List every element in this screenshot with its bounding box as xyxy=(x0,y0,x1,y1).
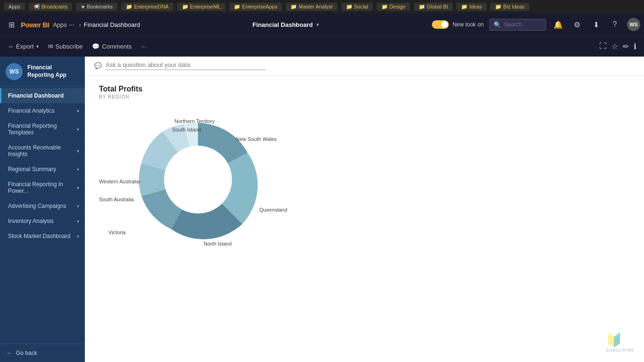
label-north-island: North Island xyxy=(204,241,231,247)
info-icon[interactable]: ℹ xyxy=(634,42,636,51)
chevron-down-icon: ▾ xyxy=(77,219,79,224)
watermark-text: SUBSCRIBE xyxy=(606,348,635,353)
go-back-button[interactable]: ← Go back xyxy=(7,350,78,356)
sidebar-item-label: Financial Dashboard xyxy=(8,92,64,99)
qa-bar: 💬 xyxy=(85,57,644,75)
grid-icon[interactable]: ⊞ xyxy=(4,20,19,29)
chevron-down-icon: ▾ xyxy=(77,204,79,209)
fullscreen-icon[interactable]: ⛶ xyxy=(599,42,607,51)
sidebar-footer: ← Go back xyxy=(0,344,85,362)
chevron-down-icon: ▾ xyxy=(77,167,79,172)
comments-label: Comments xyxy=(102,43,132,50)
enterprisedna-bookmark[interactable]: 📁 EnterpriseDNA xyxy=(121,3,173,11)
chevron-down-icon: ▾ xyxy=(77,127,79,132)
apps-bookmark[interactable]: Apps xyxy=(4,3,25,10)
topnav: ⊞ Power BI Apps ··· › Financial Dashboar… xyxy=(0,13,644,36)
donut-chart-container: Northern Territory South Island New Sout… xyxy=(99,109,335,269)
sidebar-item-label: Financial Reporting Templates xyxy=(8,123,77,136)
sidebar-item-financial-dashboard[interactable]: Financial Dashboard xyxy=(0,88,85,103)
subscribe-icon: ✉ xyxy=(48,43,53,50)
export-button[interactable]: ↔ Export ▾ xyxy=(8,43,39,50)
masteranalyst-bookmark[interactable]: 📁 Master Analyst xyxy=(286,3,337,11)
breadcrumb-separator: › xyxy=(79,21,81,28)
dashboard-dropdown-icon[interactable]: ▾ xyxy=(316,22,319,28)
new-look-toggle[interactable]: New look on xyxy=(432,20,484,29)
help-icon[interactable]: ? xyxy=(608,20,621,29)
search-icon: 🔍 xyxy=(494,21,501,28)
comments-button[interactable]: 💬 Comments xyxy=(92,43,132,50)
more-options-button[interactable]: ··· xyxy=(141,43,146,50)
subtoolbar: ↔ Export ▾ ✉ Subscribe 💬 Comments ··· ⛶ … xyxy=(0,36,644,57)
subscribe-button[interactable]: ✉ Subscribe xyxy=(48,43,83,50)
main-layout: WS Financial Reporting App Financial Das… xyxy=(0,57,644,362)
go-back-arrow-icon: ← xyxy=(7,350,12,356)
label-queensland: Queensland xyxy=(259,207,287,213)
sidebar-item-financial-reporting-power[interactable]: Financial Reporting In Power... ▾ xyxy=(0,177,85,198)
design-bookmark[interactable]: 📁 Design xyxy=(377,3,410,11)
sidebar-item-financial-analytics[interactable]: Financial Analytics ▾ xyxy=(0,103,85,118)
apps-link[interactable]: Apps xyxy=(53,21,67,28)
export-icon: ↔ xyxy=(8,43,14,50)
enterpriseml-bookmark[interactable]: 📁 EnterpriseML xyxy=(177,3,225,11)
sidebar: WS Financial Reporting App Financial Das… xyxy=(0,57,85,362)
sidebar-item-label: Accounts Receivable Insights xyxy=(8,144,77,157)
qa-icon: 💬 xyxy=(94,62,102,69)
download-icon[interactable]: ⬇ xyxy=(589,20,603,29)
social-bookmark[interactable]: 📁 Social xyxy=(341,3,373,11)
notification-icon[interactable]: 🔔 xyxy=(552,20,565,29)
label-south-island: South Island xyxy=(172,127,201,132)
bizideas-bookmark[interactable]: 📁 Biz Ideas xyxy=(490,3,529,11)
topnav-right: New look on 🔍 🔔 ⚙ ⬇ ? WS xyxy=(432,18,640,31)
watermark: 🔰 SUBSCRIBE xyxy=(606,332,635,353)
chart-area: Total Profits BY REGION xyxy=(85,75,644,362)
topnav-center: Financial Dashboard ▾ xyxy=(140,21,432,28)
enterpriseapps-bookmark[interactable]: 📁 EnterpriseApps xyxy=(229,3,282,11)
sidebar-avatar: WS xyxy=(6,63,23,80)
chart-subtitle: BY REGION xyxy=(99,94,630,99)
bookmark-star-icon[interactable]: ☆ xyxy=(611,42,618,51)
go-back-label: Go back xyxy=(16,350,37,356)
chevron-down-icon: ▾ xyxy=(77,108,79,114)
toggle-pill[interactable] xyxy=(432,20,449,29)
sidebar-item-financial-reporting-templates[interactable]: Financial Reporting Templates ▾ xyxy=(0,118,85,140)
browser-bar: Apps 📢 Broadcasts ★ Bookmarks 📁 Enterpri… xyxy=(0,0,644,13)
search-input[interactable] xyxy=(504,21,542,28)
sidebar-nav: Financial Dashboard Financial Analytics … xyxy=(0,86,85,344)
sidebar-item-label: Stock Market Dashboard xyxy=(8,233,70,239)
comments-icon: 💬 xyxy=(92,43,99,50)
more-options-icon: ··· xyxy=(141,43,146,50)
sidebar-item-label: Advertising Campaigns xyxy=(8,203,66,209)
content-area: 💬 Total Profits BY REGION xyxy=(85,57,644,362)
export-chevron-icon: ▾ xyxy=(36,44,39,49)
sidebar-item-label: Inventory Analysis xyxy=(8,218,54,224)
chart-title: Total Profits xyxy=(99,85,630,93)
more-icon[interactable]: ··· xyxy=(69,21,74,28)
dashboard-name-label: Financial Dashboard xyxy=(253,21,313,28)
chevron-down-icon: ▾ xyxy=(77,234,79,239)
globalbi-bookmark[interactable]: 📁 Global BI xyxy=(414,3,453,11)
sidebar-item-regional-summary[interactable]: Regional Summary ▾ xyxy=(0,162,85,177)
chevron-down-icon: ▾ xyxy=(77,148,79,154)
label-new-south-wales: New South Wales xyxy=(236,136,277,142)
powerbi-brand: Power BI xyxy=(21,21,49,29)
svg-point-0 xyxy=(164,146,232,214)
search-box[interactable]: 🔍 xyxy=(489,19,546,31)
label-south-australia: South Australia xyxy=(99,197,134,202)
sidebar-item-accounts-receivable[interactable]: Accounts Receivable Insights ▾ xyxy=(0,140,85,162)
broadcasts-bookmark[interactable]: 📢 Broadcasts xyxy=(29,3,72,11)
label-northern-territory: Northern Territory xyxy=(174,118,215,124)
ideas-bookmark[interactable]: 📁 Ideas xyxy=(456,3,487,11)
edit-icon[interactable]: ✏ xyxy=(623,42,629,51)
sidebar-item-inventory-analysis[interactable]: Inventory Analysis ▾ xyxy=(0,214,85,229)
sidebar-item-stock-market-dashboard[interactable]: Stock Market Dashboard ▾ xyxy=(0,229,85,244)
sidebar-item-advertising-campaigns[interactable]: Advertising Campaigns ▾ xyxy=(0,198,85,214)
subtoolbar-right-icons: ⛶ ☆ ✏ ℹ xyxy=(599,42,636,51)
subscribe-label: Subscribe xyxy=(56,43,83,50)
label-western-australia: Western Australia xyxy=(99,179,140,184)
bookmarks-bookmark[interactable]: ★ Bookmarks xyxy=(76,3,117,11)
qa-input[interactable] xyxy=(106,61,266,70)
avatar[interactable]: WS xyxy=(627,18,640,31)
settings-icon[interactable]: ⚙ xyxy=(570,20,584,29)
sidebar-app-name: Financial Reporting App xyxy=(27,64,79,79)
watermark-icon: 🔰 xyxy=(606,332,635,348)
